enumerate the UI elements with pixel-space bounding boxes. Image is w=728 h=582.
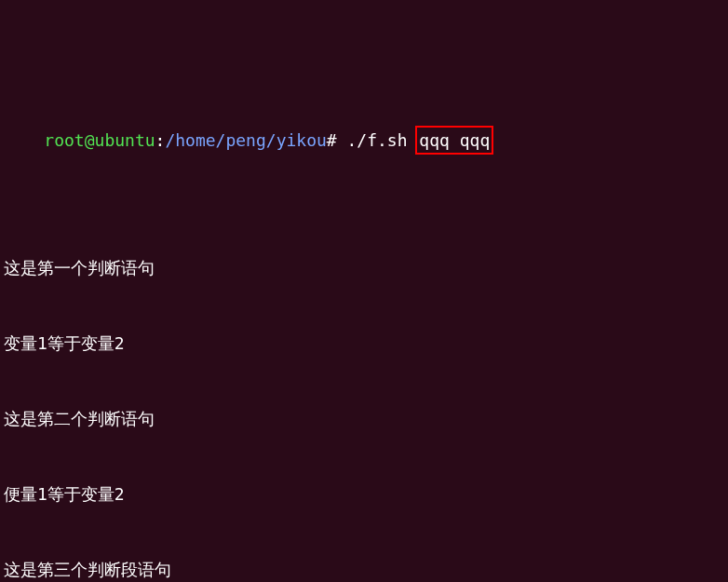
- prompt-user: root@ubuntu: [44, 130, 155, 150]
- output-line: 变量1等于变量2: [4, 331, 724, 356]
- output-line: 这是第二个判断语句: [4, 406, 724, 431]
- prompt-hash: #: [327, 130, 347, 150]
- command-args-1: qqq qqq: [415, 126, 493, 155]
- prompt-sep: :: [155, 130, 166, 150]
- terminal-output: root@ubuntu:/home/peng/yikou# ./f.sh qqq…: [0, 0, 728, 582]
- command-prefix: ./f.sh: [347, 130, 418, 150]
- output-line: 便量1等于变量2: [4, 481, 724, 507]
- prompt-line-1[interactable]: root@ubuntu:/home/peng/yikou# ./f.sh qqq…: [4, 101, 724, 180]
- prompt-path: /home/peng/yikou: [165, 130, 326, 150]
- output-line: 这是第一个判断语句: [4, 255, 724, 280]
- output-line: 这是第三个判断段语句: [4, 557, 724, 582]
